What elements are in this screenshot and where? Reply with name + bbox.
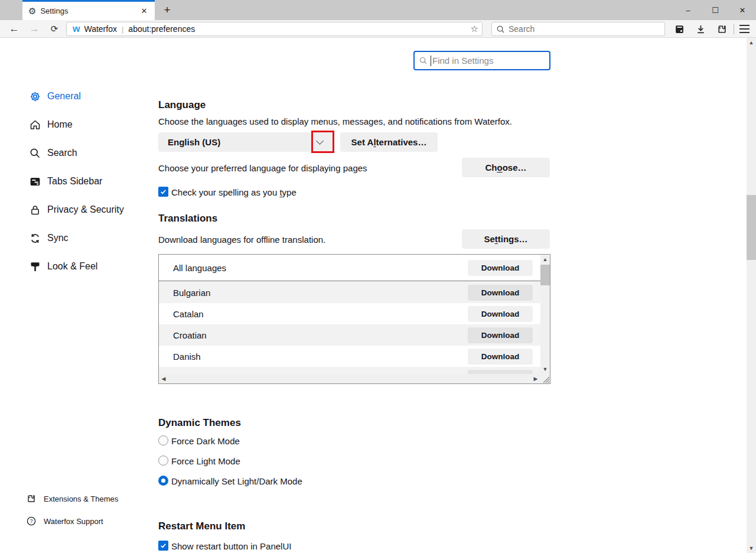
new-tab-button[interactable]: + — [159, 2, 175, 18]
tab-bar: ⚙ Settings ✕ + – ☐ ✕ — [0, 0, 756, 20]
button-text: ose… — [503, 162, 527, 173]
sidebar-label: Home — [47, 119, 73, 130]
translations-heading: Translations — [158, 213, 217, 225]
list-item[interactable]: All languages Download — [159, 255, 540, 281]
restart-menu-heading: Restart Menu Item — [158, 521, 245, 532]
scrollbar-thumb[interactable] — [747, 195, 756, 260]
language-name: Bulgarian — [173, 288, 210, 298]
sidebar-tabs-icon — [28, 175, 41, 188]
tab-close-icon[interactable]: ✕ — [138, 5, 150, 17]
bookmark-star-icon[interactable]: ☆ — [471, 24, 478, 34]
translation-languages-list: All languages Download Bulgarian Downloa… — [158, 254, 550, 384]
sidebar-item-home[interactable]: Home — [24, 117, 73, 132]
download-button[interactable]: Download — [468, 349, 533, 365]
url-bar[interactable]: w Waterfox | about:preferences ☆ — [66, 22, 483, 36]
gear-icon: ⚙ — [28, 6, 36, 15]
scroll-up-icon[interactable]: ▲ — [747, 38, 756, 47]
translation-settings-button[interactable]: Settings… — [462, 229, 550, 249]
search-icon — [497, 25, 504, 33]
scroll-right-icon[interactable]: ▶ — [531, 374, 540, 383]
download-button[interactable]: Download — [468, 260, 533, 276]
sidebar-item-extensions-themes[interactable]: Extensions & Themes — [26, 492, 118, 505]
translations-description: Download languages for offline translati… — [158, 235, 325, 245]
downloads-icon[interactable] — [693, 22, 708, 36]
sidebar-item-tabs-sidebar[interactable]: Tabs Sidebar — [24, 174, 102, 189]
search-bar[interactable]: Search — [491, 22, 665, 36]
page-scrollbar[interactable]: ▲ ▼ — [747, 38, 756, 553]
navigation-toolbar: ← → ⟳ w Waterfox | about:preferences ☆ S… — [0, 20, 756, 38]
toolbar-separator — [734, 24, 734, 34]
sidebar-label: Privacy & Security — [47, 204, 124, 215]
set-alternatives-button[interactable]: Set Alternatives… — [340, 132, 438, 152]
reload-icon[interactable]: ⟳ — [47, 22, 61, 36]
scroll-up-icon[interactable]: ▲ — [540, 255, 550, 264]
download-button[interactable]: Download — [468, 306, 533, 322]
radio-label: Force Dark Mode — [171, 436, 240, 446]
radio-label: Force Light Mode — [171, 456, 240, 466]
save-page-icon[interactable] — [672, 22, 686, 36]
scroll-down-icon[interactable]: ▼ — [540, 365, 550, 374]
url-separator: | — [122, 25, 123, 34]
list-horizontal-scrollbar[interactable]: ◀ ▶ — [159, 374, 540, 383]
sidebar-item-general[interactable]: General — [24, 89, 81, 104]
sidebar-item-look-feel[interactable]: Look & Feel — [24, 259, 97, 274]
list-item[interactable]: Bulgarian Download — [159, 282, 540, 303]
text-caret — [431, 56, 431, 66]
list-item[interactable]: Croatian Download — [159, 324, 540, 346]
sidebar-item-sync[interactable]: Sync — [24, 230, 69, 246]
find-icon — [419, 57, 427, 64]
radio-label: Dynamically Set Light/Dark Mode — [171, 476, 302, 486]
language-heading: Language — [158, 99, 206, 111]
sidebar-item-waterfox-support[interactable]: ? Waterfox Support — [26, 515, 103, 528]
maximize-button[interactable]: ☐ — [702, 0, 729, 20]
resize-grip-icon[interactable] — [540, 374, 550, 383]
sidebar-label: Waterfox Support — [44, 517, 103, 526]
highlight-annotation-box — [311, 131, 334, 153]
paintbrush-icon — [28, 260, 41, 273]
minimize-button[interactable]: – — [674, 0, 702, 20]
sidebar-label: Sync — [47, 233, 69, 243]
language-description: Choose the languages used to display men… — [158, 116, 512, 126]
sidebar-label: Extensions & Themes — [44, 495, 118, 503]
tab-settings[interactable]: ⚙ Settings ✕ — [22, 0, 155, 20]
menu-icon[interactable] — [739, 25, 750, 33]
browser-window: ⚙ Settings ✕ + – ☐ ✕ ← → ⟳ w Waterfox | … — [0, 0, 756, 553]
home-icon — [28, 118, 41, 131]
close-button[interactable]: ✕ — [729, 0, 756, 20]
restart-checkbox-label: Show restart button in PanelUI — [171, 541, 291, 551]
button-text: tings… — [498, 234, 528, 244]
sidebar-item-search[interactable]: Search — [24, 145, 77, 161]
url-site-label: Waterfox — [84, 24, 117, 34]
download-button[interactable]: Download — [468, 285, 533, 301]
scrollbar-thumb[interactable] — [540, 265, 550, 285]
button-accesskey: o — [497, 162, 502, 173]
download-button[interactable]: Download — [468, 327, 533, 343]
radio-force-dark-mode[interactable] — [158, 435, 168, 445]
sidebar-label: General — [47, 91, 81, 102]
check-icon — [160, 188, 167, 195]
sidebar-label: Search — [47, 148, 77, 158]
question-icon: ? — [26, 516, 36, 526]
spellcheck-checkbox[interactable] — [158, 187, 168, 197]
list-vertical-scrollbar[interactable]: ▲ ▼ — [540, 255, 550, 374]
language-select[interactable]: English (US) — [158, 132, 334, 152]
sidebar-item-privacy-security[interactable]: Privacy & Security — [24, 202, 124, 217]
extensions-icon[interactable] — [715, 22, 729, 36]
radio-dynamic-mode[interactable] — [158, 476, 168, 486]
search-placeholder: Search — [509, 24, 535, 34]
sidebar-label: Tabs Sidebar — [47, 176, 102, 187]
window-controls: – ☐ ✕ — [674, 0, 756, 20]
restart-button-checkbox[interactable] — [158, 541, 168, 551]
scroll-left-icon[interactable]: ◀ — [159, 374, 168, 383]
list-item[interactable]: Catalan Download — [159, 303, 540, 324]
lock-icon — [28, 203, 41, 216]
choose-button[interactable]: Choose… — [462, 158, 550, 177]
list-item[interactable]: Danish Download — [159, 346, 540, 367]
scroll-down-icon[interactable]: ▼ — [747, 544, 756, 553]
language-name: All languages — [173, 263, 226, 273]
radio-force-light-mode[interactable] — [158, 456, 168, 466]
find-in-settings-input[interactable]: Find in Settings — [413, 51, 550, 70]
tab-title: Settings — [40, 6, 138, 15]
forward-icon[interactable]: → — [27, 22, 41, 36]
back-icon[interactable]: ← — [7, 22, 21, 36]
